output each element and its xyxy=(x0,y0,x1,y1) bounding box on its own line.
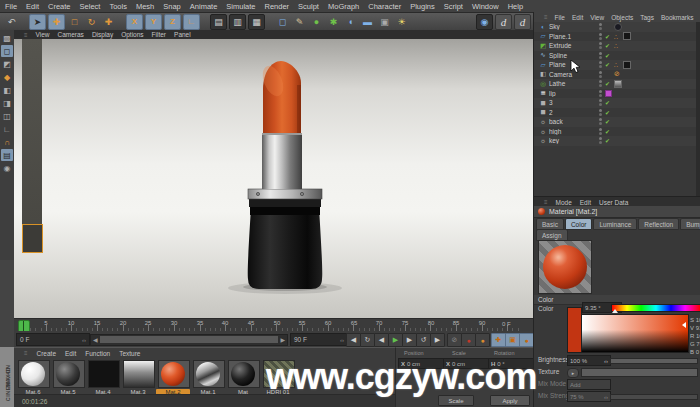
mix-mode-field[interactable]: Add xyxy=(567,379,611,390)
visibility-dots-icon[interactable] xyxy=(598,128,602,135)
visibility-dots-icon[interactable] xyxy=(598,71,602,78)
mix-strength-slider[interactable] xyxy=(610,394,698,400)
value-b[interactable]: B 0 xyxy=(690,349,700,355)
visibility-dots-icon[interactable] xyxy=(598,80,602,87)
edges-mode-icon[interactable]: ◨ xyxy=(1,97,13,109)
enabled-check-icon[interactable]: ✔ xyxy=(605,99,610,106)
vp-menu-options[interactable]: Options xyxy=(121,31,143,38)
saturation-value-box[interactable] xyxy=(581,314,689,353)
start-frame-field[interactable]: 0 F‹› xyxy=(16,333,90,346)
loop-button[interactable]: ↻ xyxy=(360,333,375,347)
goto-start-button[interactable]: ◀ xyxy=(346,333,361,347)
menu-animate[interactable]: Animate xyxy=(190,2,218,11)
layer-color-tag[interactable] xyxy=(605,90,612,97)
menu-render[interactable]: Render xyxy=(265,2,290,11)
object-row-2[interactable]: ◼ 2 ✔ xyxy=(534,108,696,118)
menu-snap[interactable]: Snap xyxy=(163,2,181,11)
menu-select[interactable]: Select xyxy=(80,2,101,11)
phong-tag-icon[interactable]: ∴ xyxy=(614,42,618,49)
material-item[interactable]: Mat xyxy=(226,360,260,395)
axis-mode-icon[interactable]: ∟ xyxy=(1,123,13,135)
visibility-dots-icon[interactable] xyxy=(598,61,602,68)
enabled-check-icon[interactable]: ✔ xyxy=(605,33,610,40)
tool-d2-icon[interactable]: d xyxy=(514,14,531,30)
menu-mograph[interactable]: MoGraph xyxy=(328,2,359,11)
texture-expand-icon[interactable]: ▸ xyxy=(567,368,579,378)
am-menu-edit[interactable]: Edit xyxy=(580,199,591,206)
stepper-icon[interactable]: ‹› xyxy=(340,337,344,343)
visibility-dots-icon[interactable] xyxy=(598,52,602,59)
move-tool-icon[interactable]: ✚ xyxy=(48,14,65,30)
om-menu-edit[interactable]: Edit xyxy=(572,14,583,21)
mat-menu-texture[interactable]: Texture xyxy=(119,350,140,357)
render-view-icon[interactable]: ▤ xyxy=(210,14,227,30)
om-menu-objects[interactable]: Objects xyxy=(611,14,633,21)
vp-menu-panel[interactable]: Panel xyxy=(174,31,191,38)
last-tool-icon[interactable]: ✚ xyxy=(101,15,116,29)
value-s[interactable]: S 100 xyxy=(690,317,700,323)
light-icon[interactable]: ☀ xyxy=(394,15,409,29)
visibility-dots-icon[interactable] xyxy=(598,33,602,40)
object-row-3[interactable]: ◼ 3 ✔ xyxy=(534,98,696,108)
menu-edit[interactable]: Edit xyxy=(26,2,39,11)
rotate-tool-icon[interactable]: ↻ xyxy=(84,15,99,29)
lock-z-axis-icon[interactable]: Z xyxy=(164,14,181,30)
range-bar[interactable] xyxy=(100,336,278,343)
object-row-lathe[interactable]: ◎ Lathe ✔ xyxy=(534,79,696,89)
material-item[interactable]: Mat.4 xyxy=(86,360,120,395)
value-r[interactable]: R 163 xyxy=(690,333,700,339)
key-position-button[interactable]: ✚ xyxy=(491,333,506,347)
stepper-icon[interactable]: ‹› xyxy=(604,394,608,400)
scale-tool-icon[interactable]: □ xyxy=(67,15,82,29)
goto-end-button[interactable]: ▶ xyxy=(430,333,445,347)
value-g[interactable]: G 76 xyxy=(690,341,700,347)
texture-mode-icon[interactable]: ◩ xyxy=(1,58,13,70)
undo-icon[interactable]: ↶ xyxy=(4,15,19,29)
lipstick-model[interactable] xyxy=(225,49,345,295)
visibility-dots-icon[interactable] xyxy=(598,109,602,116)
object-row-plane1[interactable]: ▱ Plane.1 ✔ ∴ xyxy=(534,32,696,42)
object-row-spline[interactable]: ∿ Spline ✔ xyxy=(534,51,696,61)
material-item-selected[interactable]: Mat.2 xyxy=(156,360,190,395)
pen-spline-icon[interactable]: ✎ xyxy=(292,15,307,29)
vp-menu-view[interactable]: View xyxy=(36,31,50,38)
deformers-icon[interactable]: ◖ xyxy=(343,15,358,29)
menu-character[interactable]: Character xyxy=(368,2,401,11)
play-button[interactable]: ▶ xyxy=(388,333,403,347)
menu-create[interactable]: Create xyxy=(48,2,71,11)
workplane-mode-icon[interactable]: ◆ xyxy=(1,71,13,83)
enabled-check-icon[interactable]: ✔ xyxy=(605,52,610,59)
menu-tools[interactable]: Tools xyxy=(109,2,127,11)
am-menu-userdata[interactable]: User Data xyxy=(599,199,628,206)
render-settings-icon[interactable]: ▦ xyxy=(248,14,265,30)
range-right-arrow-icon[interactable]: ▶ xyxy=(280,336,285,343)
object-row-high[interactable]: ☼ high ✔ xyxy=(534,127,696,137)
lock-x-axis-icon[interactable]: X xyxy=(126,14,143,30)
om-menu-bookmarks[interactable]: Bookmarks xyxy=(661,14,694,21)
object-row-extrude[interactable]: ◩ Extrude ✔ ∴ xyxy=(534,41,696,51)
material-tag-icon[interactable] xyxy=(623,32,631,40)
visibility-dots-icon[interactable] xyxy=(598,118,602,125)
workplane-icon[interactable]: ▤ xyxy=(1,149,13,161)
menu-simulate[interactable]: Simulate xyxy=(226,2,255,11)
color-swatch[interactable] xyxy=(567,307,582,353)
enabled-check-icon[interactable]: ✔ xyxy=(605,61,610,68)
frame-range-slider[interactable]: ◀ ▶ xyxy=(90,334,288,346)
menu-plugins[interactable]: Plugins xyxy=(410,2,435,11)
tab-color[interactable]: Color xyxy=(565,218,593,230)
sky-tag-icon[interactable] xyxy=(614,23,622,31)
vp-menu-cameras[interactable]: Cameras xyxy=(58,31,84,38)
om-menu-file[interactable]: File xyxy=(555,14,565,21)
enabled-check-icon[interactable]: ✔ xyxy=(605,118,610,125)
tool-d1-icon[interactable]: d xyxy=(495,14,512,30)
brightness-field[interactable]: 100 %‹› xyxy=(567,355,611,366)
mograph-icon[interactable]: ✱ xyxy=(326,15,341,29)
vp-menu-display[interactable]: Display xyxy=(92,31,113,38)
modeling-icon[interactable]: ◉ xyxy=(476,14,493,30)
texture-field[interactable] xyxy=(581,368,698,377)
stepper-icon[interactable]: ‹› xyxy=(604,358,608,364)
phong-tag-icon[interactable]: ∴ xyxy=(614,33,618,40)
menu-sculpt[interactable]: Sculpt xyxy=(298,2,319,11)
stepper-icon[interactable]: ‹› xyxy=(82,337,86,343)
record-key-button[interactable]: ● xyxy=(461,333,476,347)
